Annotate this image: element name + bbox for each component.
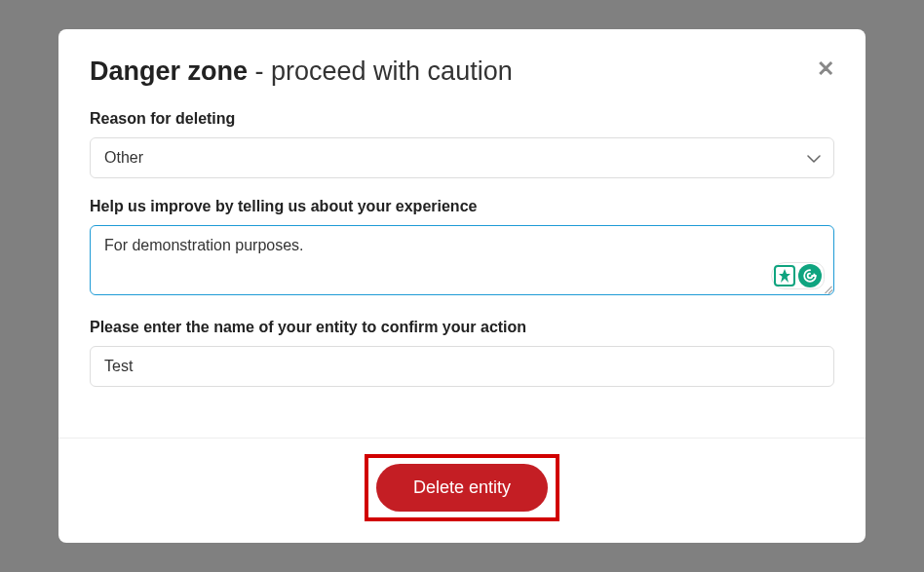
reason-select-wrapper: Other [90, 137, 834, 178]
modal-title: Danger zone - proceed with caution [90, 57, 513, 87]
feedback-group: Help us improve by telling us about your… [90, 198, 834, 299]
modal-footer: Delete entity [58, 438, 866, 543]
danger-zone-modal: Danger zone - proceed with caution ✕ Rea… [58, 29, 866, 543]
feedback-textarea-wrapper: For demonstration purposes. [90, 225, 834, 299]
grammarly-premium-icon [774, 265, 795, 286]
reason-group: Reason for deleting Other [90, 110, 834, 178]
grammarly-icon [798, 264, 822, 287]
feedback-textarea[interactable]: For demonstration purposes. [90, 225, 834, 295]
feedback-label: Help us improve by telling us about your… [90, 198, 834, 215]
confirm-group: Please enter the name of your entity to … [90, 319, 834, 387]
confirm-label: Please enter the name of your entity to … [90, 319, 834, 336]
reason-select[interactable]: Other [90, 137, 834, 178]
confirm-input[interactable] [90, 346, 834, 387]
title-rest: - proceed with caution [248, 57, 513, 86]
title-bold: Danger zone [90, 57, 248, 86]
modal-header: Danger zone - proceed with caution ✕ [90, 57, 834, 87]
close-button[interactable]: ✕ [817, 58, 834, 80]
delete-button-highlight: Delete entity [365, 454, 559, 521]
close-icon: ✕ [817, 57, 834, 81]
grammarly-widget[interactable] [771, 262, 825, 289]
delete-entity-button[interactable]: Delete entity [376, 464, 548, 512]
reason-label: Reason for deleting [90, 110, 834, 128]
modal-body: Danger zone - proceed with caution ✕ Rea… [58, 29, 866, 438]
